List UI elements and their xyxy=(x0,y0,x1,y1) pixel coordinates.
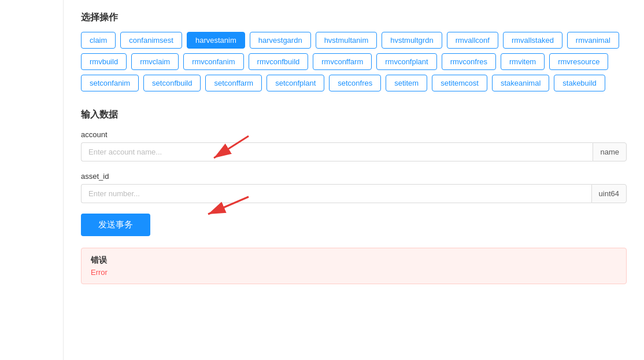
input-tag-account: name xyxy=(593,142,627,161)
action-btn-rmvconfplant[interactable]: rmvconfplant xyxy=(376,53,436,70)
input-data-section: 输入数据 xyxy=(81,109,627,248)
action-btn-harvestgardn[interactable]: harvestgardn xyxy=(250,32,311,49)
action-btn-setconffarm[interactable]: setconffarm xyxy=(205,75,262,91)
input-row-asset_id: uint64 xyxy=(81,184,627,203)
action-btn-rmvbuild[interactable]: rmvbuild xyxy=(81,53,127,70)
action-btn-claim[interactable]: claim xyxy=(81,32,116,49)
action-btn-rmvresource[interactable]: rmvresource xyxy=(549,53,608,70)
main-content: 选择操作 claimconfanimsestharvestanimharvest… xyxy=(64,0,644,360)
action-btn-setitemcost[interactable]: setitemcost xyxy=(432,75,487,91)
action-btn-setitem[interactable]: setitem xyxy=(386,75,427,91)
action-btn-rmvanimal[interactable]: rmvanimal xyxy=(567,32,619,49)
action-btn-stakebuild[interactable]: stakebuild xyxy=(554,75,605,91)
action-btn-rmvconfres[interactable]: rmvconfres xyxy=(442,53,496,70)
form-fields: accountnameasset_iduint64 xyxy=(81,130,627,203)
action-btn-rmvallconf[interactable]: rmvallconf xyxy=(447,32,498,49)
action-btn-rmvclaim[interactable]: rmvclaim xyxy=(131,53,179,70)
action-btn-hvstmultgrdn[interactable]: hvstmultgrdn xyxy=(382,32,442,49)
action-btn-rmvitem[interactable]: rmvitem xyxy=(501,53,545,70)
action-btn-setconfanim[interactable]: setconfanim xyxy=(81,75,139,91)
action-btn-hvstmultanim[interactable]: hvstmultanim xyxy=(316,32,377,49)
choose-action-title: 选择操作 xyxy=(81,12,627,24)
action-btn-rmvconfbuild[interactable]: rmvconfbuild xyxy=(249,53,309,70)
action-buttons-grid: claimconfanimsestharvestanimharvestgardn… xyxy=(81,32,627,91)
action-btn-setconfplant[interactable]: setconfplant xyxy=(267,75,324,91)
input-row-account: name xyxy=(81,142,627,161)
submit-button[interactable]: 发送事务 xyxy=(81,214,150,236)
input-account[interactable] xyxy=(81,142,593,161)
action-btn-confanimsest[interactable]: confanimsest xyxy=(120,32,182,49)
choose-action-section: 选择操作 claimconfanimsestharvestanimharvest… xyxy=(81,12,627,91)
form-group-account: accountname xyxy=(81,130,627,161)
error-title: 错误 xyxy=(91,255,617,266)
field-label-account: account xyxy=(81,130,627,139)
action-btn-stakeanimal[interactable]: stakeanimal xyxy=(492,75,549,91)
action-btn-rmvconfanim[interactable]: rmvconfanim xyxy=(183,53,243,70)
error-section: 错误 Error xyxy=(81,248,627,284)
action-btn-rmvallstaked[interactable]: rmvallstaked xyxy=(503,32,562,49)
input-data-title: 输入数据 xyxy=(81,109,627,121)
form-group-asset_id: asset_iduint64 xyxy=(81,172,627,203)
action-btn-setconfbuild[interactable]: setconfbuild xyxy=(143,75,201,91)
sidebar xyxy=(0,0,64,360)
input-tag-asset_id: uint64 xyxy=(591,184,627,203)
action-btn-setconfres[interactable]: setconfres xyxy=(329,75,381,91)
action-btn-rmvconffarm[interactable]: rmvconffarm xyxy=(313,53,372,70)
error-text: Error xyxy=(91,268,617,277)
page-wrapper: 选择操作 claimconfanimsestharvestanimharvest… xyxy=(0,0,644,360)
input-asset_id[interactable] xyxy=(81,184,591,203)
field-label-asset_id: asset_id xyxy=(81,172,627,181)
action-btn-harvestanim[interactable]: harvestanim xyxy=(187,32,245,49)
